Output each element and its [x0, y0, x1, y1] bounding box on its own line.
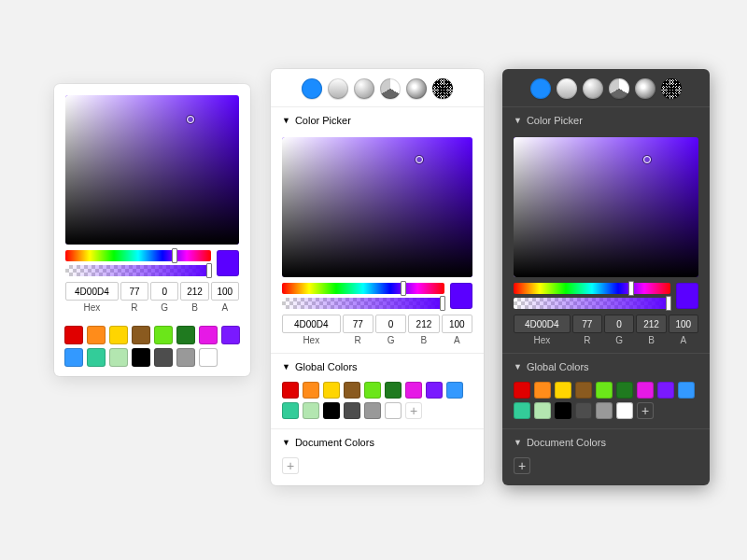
color-swatch[interactable]: [575, 382, 592, 399]
color-swatch[interactable]: [555, 382, 571, 399]
sb-cursor-icon[interactable]: [187, 116, 194, 123]
color-swatch[interactable]: [657, 382, 674, 399]
color-swatch[interactable]: [364, 382, 381, 399]
alpha-slider[interactable]: [65, 265, 211, 276]
color-swatch[interactable]: [637, 382, 654, 399]
color-swatch[interactable]: [534, 382, 551, 399]
hex-input[interactable]: [65, 282, 119, 301]
color-swatch[interactable]: [64, 326, 83, 344]
alpha-thumb-icon[interactable]: [666, 296, 671, 311]
a-input[interactable]: [669, 315, 698, 333]
saturation-brightness-field[interactable]: [282, 137, 472, 277]
color-swatch[interactable]: [221, 326, 240, 344]
a-input[interactable]: [442, 315, 472, 333]
add-swatch-button[interactable]: +: [405, 402, 422, 419]
color-swatch[interactable]: [596, 382, 613, 399]
fill-type-solid-icon[interactable]: [302, 78, 322, 99]
fill-type-radial-icon[interactable]: [583, 78, 603, 99]
fill-type-image-icon[interactable]: [406, 78, 427, 99]
color-swatch[interactable]: [344, 382, 360, 399]
sb-cursor-icon[interactable]: [416, 156, 423, 163]
color-swatch[interactable]: [575, 402, 592, 419]
color-swatch[interactable]: [154, 326, 173, 344]
fill-type-noise-icon[interactable]: [432, 78, 453, 99]
r-input[interactable]: [572, 315, 602, 333]
color-swatch[interactable]: [87, 326, 106, 344]
color-swatch[interactable]: [199, 326, 218, 344]
color-swatch[interactable]: [616, 382, 633, 399]
fill-type-radial-icon[interactable]: [354, 78, 374, 99]
alpha-thumb-icon[interactable]: [440, 296, 445, 311]
color-swatch[interactable]: [323, 402, 340, 419]
color-swatch[interactable]: [385, 402, 402, 419]
fill-type-solid-icon[interactable]: [530, 78, 551, 99]
color-swatch[interactable]: [405, 382, 422, 399]
fill-type-linear-icon[interactable]: [557, 78, 577, 99]
color-swatch[interactable]: [132, 326, 150, 344]
color-swatch[interactable]: [555, 402, 571, 419]
color-swatch[interactable]: [678, 382, 695, 399]
color-swatch[interactable]: [87, 348, 106, 367]
hue-thumb-icon[interactable]: [172, 248, 177, 263]
g-input[interactable]: [604, 315, 634, 333]
b-input[interactable]: [180, 282, 208, 301]
color-swatch[interactable]: [446, 382, 463, 399]
section-header-picker[interactable]: ▼ Color Picker: [271, 107, 484, 130]
hex-input[interactable]: [282, 315, 341, 333]
fill-type-image-icon[interactable]: [635, 78, 655, 99]
section-header-document[interactable]: ▼ Document Colors: [502, 429, 710, 452]
color-swatch[interactable]: [282, 402, 299, 419]
color-swatch[interactable]: [109, 326, 128, 344]
color-swatch[interactable]: [364, 402, 381, 419]
alpha-thumb-icon[interactable]: [206, 263, 212, 278]
alpha-slider[interactable]: [282, 298, 444, 309]
fill-type-linear-icon[interactable]: [328, 78, 348, 99]
saturation-brightness-field[interactable]: [65, 95, 239, 245]
color-swatch[interactable]: [303, 382, 319, 399]
g-input[interactable]: [150, 282, 178, 301]
a-input[interactable]: [211, 282, 239, 301]
section-header-global[interactable]: ▼ Global Colors: [502, 354, 710, 376]
g-input[interactable]: [375, 315, 406, 333]
color-swatch[interactable]: [514, 382, 530, 399]
hue-thumb-icon[interactable]: [628, 281, 634, 296]
color-swatch[interactable]: [616, 402, 633, 419]
color-swatch[interactable]: [176, 348, 195, 367]
fill-type-angular-icon[interactable]: [609, 78, 629, 99]
section-header-global[interactable]: ▼ Global Colors: [271, 354, 484, 376]
color-swatch[interactable]: [344, 402, 360, 419]
color-swatch[interactable]: [154, 348, 173, 367]
add-document-color-button[interactable]: +: [282, 457, 299, 474]
section-header-document[interactable]: ▼ Document Colors: [271, 429, 484, 452]
color-swatch[interactable]: [534, 402, 551, 419]
color-swatch[interactable]: [64, 348, 83, 367]
color-swatch[interactable]: [323, 382, 340, 399]
color-swatch[interactable]: [199, 348, 218, 367]
hue-slider[interactable]: [65, 250, 211, 261]
sb-cursor-icon[interactable]: [643, 156, 651, 163]
color-swatch[interactable]: [176, 326, 195, 344]
fill-type-angular-icon[interactable]: [380, 78, 401, 99]
section-header-picker[interactable]: ▼ Color Picker: [502, 107, 710, 130]
color-swatch[interactable]: [303, 402, 319, 419]
hex-input[interactable]: [514, 315, 571, 333]
add-swatch-button[interactable]: +: [637, 402, 654, 419]
fill-type-noise-icon[interactable]: [661, 78, 682, 99]
saturation-brightness-field[interactable]: [514, 137, 698, 277]
alpha-slider[interactable]: [514, 298, 670, 309]
color-swatch[interactable]: [426, 382, 443, 399]
color-swatch[interactable]: [385, 382, 402, 399]
hue-slider[interactable]: [282, 283, 444, 294]
add-document-color-button[interactable]: +: [514, 457, 530, 474]
hue-slider[interactable]: [514, 283, 670, 294]
r-input[interactable]: [343, 315, 374, 333]
r-input[interactable]: [120, 282, 148, 301]
color-swatch[interactable]: [514, 402, 530, 419]
color-swatch[interactable]: [282, 382, 299, 399]
b-input[interactable]: [636, 315, 666, 333]
color-swatch[interactable]: [132, 348, 150, 367]
hue-thumb-icon[interactable]: [401, 281, 406, 296]
color-swatch[interactable]: [109, 348, 128, 367]
b-input[interactable]: [408, 315, 439, 333]
color-swatch[interactable]: [596, 402, 613, 419]
